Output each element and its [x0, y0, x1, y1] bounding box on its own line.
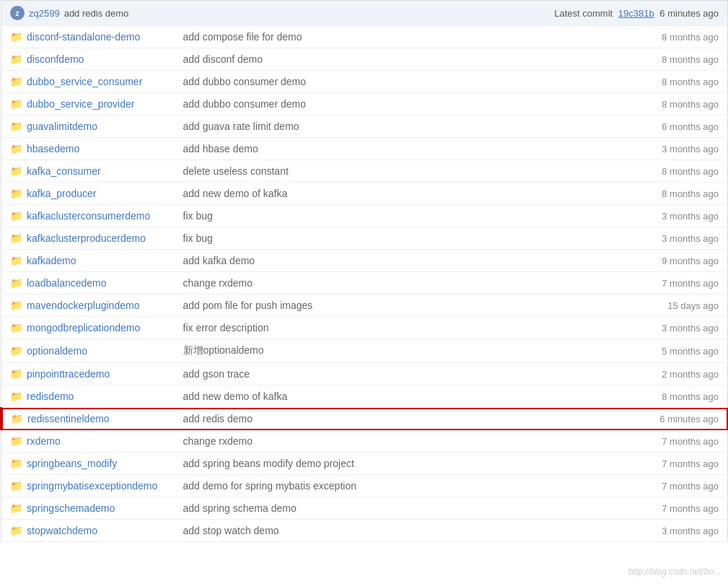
folder-link[interactable]: 📁guavalimitdemo — [10, 121, 166, 132]
folder-name-cell: 📁kafka_producer — [1, 183, 175, 205]
commit-message-link[interactable]: change rxdemo — [183, 435, 253, 447]
folder-link[interactable]: 📁kafkaclusterproducerdemo — [10, 232, 166, 244]
table-row: 📁springschemademoadd spring schema demo7… — [1, 497, 728, 520]
folder-name-cell: 📁hbasedemo — [1, 138, 175, 160]
table-row: 📁redisdemoadd new demo of kafka8 months … — [1, 385, 728, 408]
commit-message-link[interactable]: add demo for spring mybatis exception — [183, 480, 356, 492]
folder-name: hbasedemo — [27, 143, 79, 154]
commit-message-link[interactable]: fix bug — [183, 210, 213, 222]
commit-message-cell: add pom file for push images — [175, 295, 463, 317]
folder-link[interactable]: 📁springschemademo — [10, 502, 166, 514]
folder-link[interactable]: 📁kafkaclusterconsumerdemo — [10, 210, 166, 222]
folder-icon: 📁 — [10, 525, 22, 536]
folder-name-cell: 📁optionaldemo — [1, 339, 175, 363]
folder-link[interactable]: 📁disconfdemo — [10, 53, 166, 65]
table-row: 📁kafka_produceradd new demo of kafka8 mo… — [1, 183, 728, 205]
folder-link[interactable]: 📁springbeans_modify — [10, 458, 166, 469]
folder-name: redisdemo — [27, 391, 74, 402]
commit-message-link[interactable]: add disconf demo — [183, 53, 263, 65]
folder-name-cell: 📁stopwatchdemo — [1, 520, 175, 542]
commit-message-cell: add compose file for demo — [175, 26, 463, 48]
commit-message-link[interactable]: add dubbo consumer demo — [183, 76, 306, 87]
folder-link[interactable]: 📁kafka_producer — [10, 188, 166, 199]
folder-name: kafkaclusterconsumerdemo — [27, 210, 150, 222]
commit-message-link[interactable]: add pom file for push images — [183, 300, 313, 311]
commit-message-link[interactable]: add guava rate limit demo — [183, 121, 299, 132]
commit-time-cell: 7 months ago — [463, 430, 728, 453]
folder-link[interactable]: 📁stopwatchdemo — [10, 525, 166, 536]
folder-link[interactable]: 📁kafkademo — [10, 255, 166, 266]
commit-time-cell: 2 months ago — [463, 363, 728, 385]
folder-link[interactable]: 📁redissentineldemo — [11, 413, 166, 424]
folder-link[interactable]: 📁rxdemo — [10, 435, 166, 447]
commit-message-link[interactable]: add new demo of kafka — [183, 188, 288, 199]
commit-message-link[interactable]: add dubbo consumer demo — [183, 98, 306, 110]
commit-message-cell: add redis demo — [175, 408, 463, 430]
commit-time-cell: 8 months ago — [463, 26, 728, 48]
folder-link[interactable]: 📁kafka_consumer — [10, 165, 166, 177]
folder-link[interactable]: 📁dubbo_service_consumer — [10, 76, 166, 87]
folder-icon: 📁 — [10, 480, 22, 492]
commit-message-link[interactable]: delete useless constant — [183, 165, 289, 177]
commit-message-cell: add dubbo consumer demo — [175, 71, 463, 93]
folder-icon: 📁 — [10, 31, 22, 43]
commit-time-cell: 8 months ago — [463, 183, 728, 205]
table-row: 📁guavalimitdemoadd guava rate limit demo… — [1, 116, 728, 138]
header-commit-info: Latest commit 19c381b 6 minutes ago — [463, 1, 728, 26]
folder-name-cell: 📁springmybatisexceptiondemo — [1, 475, 175, 497]
header-commit-hash[interactable]: 19c381b — [618, 8, 654, 19]
folder-name: pinpointtracedemo — [27, 368, 110, 380]
commit-message-link[interactable]: 新增optionaldemo — [183, 344, 264, 356]
commit-message-link[interactable]: fix bug — [183, 232, 213, 244]
folder-link[interactable]: 📁dubbo_service_provider — [10, 98, 166, 110]
commit-message-cell: change rxdemo — [175, 430, 463, 453]
commit-message-link[interactable]: add kafka demo — [183, 255, 255, 266]
folder-link[interactable]: 📁optionaldemo — [10, 345, 166, 357]
folder-link[interactable]: 📁mongodbreplicationdemo — [10, 322, 166, 334]
folder-link[interactable]: 📁springmybatisexceptiondemo — [10, 480, 166, 492]
table-row: 📁disconf-standalone-demoadd compose file… — [1, 26, 728, 48]
commit-message-link[interactable]: add redis demo — [183, 413, 253, 424]
folder-link[interactable]: 📁disconf-standalone-demo — [10, 31, 166, 43]
table-row: 📁kafka_consumerdelete useless constant8 … — [1, 160, 728, 183]
folder-name: mongodbreplicationdemo — [27, 322, 140, 334]
commit-message-cell: add hbase demo — [175, 138, 463, 160]
commit-message-link[interactable]: add spring schema demo — [183, 502, 297, 514]
folder-name-cell: 📁kafkaclusterconsumerdemo — [1, 205, 175, 227]
commit-message-cell: 新增optionaldemo — [175, 339, 463, 363]
table-row: 📁mavendockerplugindemoadd pom file for p… — [1, 295, 728, 317]
header-username[interactable]: zq2599 — [29, 8, 60, 19]
folder-icon: 📁 — [10, 76, 22, 87]
folder-link[interactable]: 📁loadbalancedemo — [10, 277, 166, 289]
commit-message-link[interactable]: add stop watch demo — [183, 525, 279, 536]
commit-message-link[interactable]: add compose file for demo — [183, 31, 302, 43]
table-row: 📁rxdemochange rxdemo7 months ago — [1, 430, 728, 453]
commit-time-cell: 8 months ago — [463, 71, 728, 93]
folder-link[interactable]: 📁mavendockerplugindemo — [10, 300, 166, 311]
commit-message-link[interactable]: add spring beans modify demo project — [183, 458, 354, 469]
folder-link[interactable]: 📁redisdemo — [10, 391, 166, 402]
commit-time-cell: 8 months ago — [463, 160, 728, 183]
folder-link[interactable]: 📁pinpointtracedemo — [10, 368, 166, 380]
folder-name: loadbalancedemo — [27, 277, 107, 289]
folder-name-cell: 📁kafkaclusterproducerdemo — [1, 227, 175, 250]
commit-message-link[interactable]: fix error description — [183, 322, 269, 334]
commit-message-link[interactable]: add new demo of kafka — [183, 391, 288, 402]
folder-name-cell: 📁redissentineldemo — [1, 408, 175, 430]
commit-message-link[interactable]: change rxdemo — [183, 277, 253, 289]
folder-icon: 📁 — [10, 188, 22, 199]
commit-time-cell: 6 minutes ago — [463, 408, 728, 430]
folder-name-cell: 📁redisdemo — [1, 385, 175, 408]
commit-message-link[interactable]: add gson trace — [183, 368, 250, 380]
commit-message-link[interactable]: add hbase demo — [183, 143, 258, 154]
commit-time-cell: 7 months ago — [463, 475, 728, 497]
folder-name: redissentineldemo — [27, 413, 110, 424]
commit-message-cell: fix error description — [175, 317, 463, 339]
commit-message-cell: add kafka demo — [175, 250, 463, 272]
table-row: 📁loadbalancedemochange rxdemo7 months ag… — [1, 272, 728, 295]
folder-name: mavendockerplugindemo — [27, 300, 139, 311]
folder-name-cell: 📁kafka_consumer — [1, 160, 175, 183]
folder-link[interactable]: 📁hbasedemo — [10, 143, 166, 154]
commit-message-cell: fix bug — [175, 227, 463, 250]
folder-icon: 📁 — [10, 345, 22, 357]
